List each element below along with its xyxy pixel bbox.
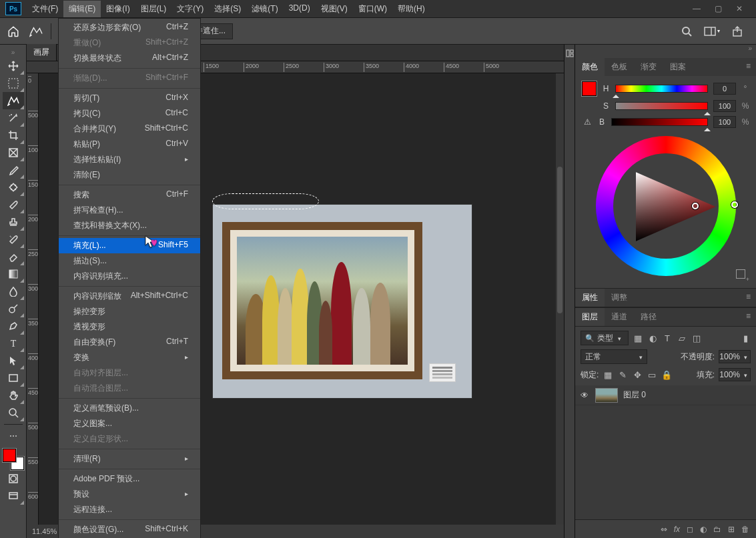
adjustment-layer-icon[interactable]: ◐: [700, 525, 707, 534]
link-layers-icon[interactable]: ⇔: [661, 525, 667, 534]
menu-item[interactable]: 变换: [59, 350, 200, 365]
layer-style-icon[interactable]: fx: [674, 525, 680, 534]
menu-item[interactable]: 还原多边形套索(O)Ctrl+Z: [59, 20, 200, 35]
visibility-icon[interactable]: 👁: [579, 391, 590, 400]
panel-tab[interactable]: 渐变: [634, 58, 663, 76]
home-icon[interactable]: [5, 23, 21, 39]
color-mode-icon[interactable]: [736, 269, 745, 279]
panel-collapse-icon[interactable]: »: [0, 49, 26, 57]
menu-item[interactable]: Adobe PDF 预设...: [59, 471, 200, 487]
healing-tool[interactable]: [3, 179, 24, 196]
path-selection-tool[interactable]: [3, 352, 24, 369]
menu-item[interactable]: 定义画笔预设(B)...: [59, 401, 200, 416]
color-wheel[interactable]: [582, 132, 749, 283]
panel-tab[interactable]: 图层: [575, 308, 605, 326]
crop-tool[interactable]: [3, 127, 24, 144]
quick-mask-icon[interactable]: [3, 470, 24, 487]
filter-type-icon[interactable]: T: [662, 333, 673, 343]
menu-item[interactable]: 操控变形: [59, 304, 200, 319]
workspace-icon[interactable]: ▾: [704, 23, 720, 39]
brush-tool[interactable]: [3, 196, 24, 213]
eraser-tool[interactable]: [3, 248, 24, 265]
frame-tool[interactable]: [3, 144, 24, 161]
panel-tab[interactable]: 属性: [575, 289, 605, 307]
menu-10[interactable]: 帮助(H): [392, 1, 430, 17]
opacity-value[interactable]: 100%: [719, 350, 751, 363]
foreground-color-swatch[interactable]: [3, 449, 16, 462]
share-icon[interactable]: [729, 23, 745, 39]
menu-item[interactable]: 内容识别填充...: [59, 269, 200, 284]
menu-item[interactable]: 查找和替换文本(X)...: [59, 218, 200, 233]
sat-slider[interactable]: [615, 102, 708, 110]
menu-item[interactable]: 切换最终状态Alt+Ctrl+Z: [59, 51, 200, 66]
panel-menu-icon[interactable]: ≡: [741, 58, 756, 76]
type-tool[interactable]: T: [3, 335, 24, 352]
color-swatches[interactable]: [3, 449, 24, 470]
zoom-tool[interactable]: [3, 404, 24, 421]
menu-item[interactable]: 自由变换(F)Ctrl+T: [59, 335, 200, 350]
lock-all-icon[interactable]: 🔒: [661, 369, 672, 380]
fg-swatch[interactable]: [582, 81, 597, 96]
eyedropper-tool[interactable]: [3, 161, 24, 179]
stamp-tool[interactable]: [3, 213, 24, 231]
menu-item[interactable]: 清理(R): [59, 451, 200, 467]
document-tab[interactable]: 画屏: [27, 44, 57, 61]
wheel-knob[interactable]: [731, 201, 738, 208]
filter-shape-icon[interactable]: ▱: [677, 333, 687, 343]
filter-toggle-icon[interactable]: ▮: [740, 333, 751, 343]
panel-menu-icon[interactable]: ≡: [741, 308, 756, 326]
gamut-warning-icon[interactable]: ⚠: [582, 117, 593, 127]
menu-item[interactable]: 填充(L)...Shift+F5: [59, 238, 200, 253]
panel-tab[interactable]: 调整: [605, 289, 634, 307]
edit-toolbar-icon[interactable]: ⋯: [3, 427, 24, 445]
filter-pixel-icon[interactable]: ▦: [633, 333, 643, 343]
lock-pixels-icon[interactable]: ▦: [603, 369, 613, 380]
new-layer-icon[interactable]: ⊞: [728, 525, 735, 534]
menu-0[interactable]: 文件(F): [27, 1, 63, 17]
dodge-tool[interactable]: [3, 300, 24, 317]
menu-item[interactable]: 剪切(T)Ctrl+X: [59, 91, 200, 106]
blend-mode-select[interactable]: 正常: [581, 349, 647, 364]
menu-item[interactable]: 颜色设置(G)...Shift+Ctrl+K: [59, 522, 200, 537]
menu-item[interactable]: 合并拷贝(Y)Shift+Ctrl+C: [59, 121, 200, 137]
bri-value[interactable]: 100: [713, 116, 736, 128]
filter-smart-icon[interactable]: ◫: [691, 333, 702, 343]
triangle-knob[interactable]: [692, 203, 699, 209]
blur-tool[interactable]: [3, 283, 24, 300]
minimize-button[interactable]: —: [692, 4, 701, 13]
menu-item[interactable]: 粘贴(P)Ctrl+V: [59, 137, 200, 152]
menu-item[interactable]: 拷贝(C)Ctrl+C: [59, 106, 200, 121]
menu-item[interactable]: 清除(E): [59, 167, 200, 183]
close-button[interactable]: ✕: [735, 4, 744, 13]
menu-3[interactable]: 图层(L): [135, 1, 172, 17]
lasso-tool[interactable]: [3, 92, 24, 109]
menu-7[interactable]: 3D(D): [284, 1, 316, 17]
menu-item[interactable]: 预设: [59, 487, 200, 502]
panel-tab[interactable]: 路径: [634, 308, 663, 326]
move-tool[interactable]: [3, 57, 24, 75]
zoom-level[interactable]: 11.45%: [32, 527, 57, 535]
lasso-tool-icon[interactable]: [28, 23, 44, 39]
menu-item[interactable]: 拼写检查(H)...: [59, 203, 200, 218]
layer-thumbnail[interactable]: [595, 388, 618, 403]
hand-tool[interactable]: [3, 387, 24, 404]
lock-paint-icon[interactable]: ✎: [617, 369, 628, 380]
menu-6[interactable]: 滤镜(T): [246, 1, 283, 17]
filter-adjust-icon[interactable]: ◐: [647, 333, 658, 343]
menu-item[interactable]: 描边(S)...: [59, 253, 200, 269]
menu-item[interactable]: 搜索Ctrl+F: [59, 187, 200, 203]
layer-filter-type[interactable]: 🔍 类型: [581, 331, 629, 345]
panel-gutter-icon[interactable]: [565, 49, 575, 538]
bri-slider[interactable]: [611, 118, 708, 126]
pen-tool[interactable]: [3, 317, 24, 335]
delete-layer-icon[interactable]: 🗑: [741, 525, 749, 534]
menu-4[interactable]: 文字(Y): [171, 1, 209, 17]
menu-2[interactable]: 图像(I): [101, 1, 135, 17]
layer-name[interactable]: 图层 0: [623, 389, 646, 401]
menu-1[interactable]: 编辑(E): [63, 1, 101, 17]
lock-artboard-icon[interactable]: ▭: [647, 369, 657, 380]
menu-9[interactable]: 窗口(W): [353, 1, 392, 17]
collapse-panels-icon[interactable]: »: [748, 45, 752, 52]
magic-wand-tool[interactable]: [3, 109, 24, 127]
search-icon[interactable]: [679, 23, 695, 39]
